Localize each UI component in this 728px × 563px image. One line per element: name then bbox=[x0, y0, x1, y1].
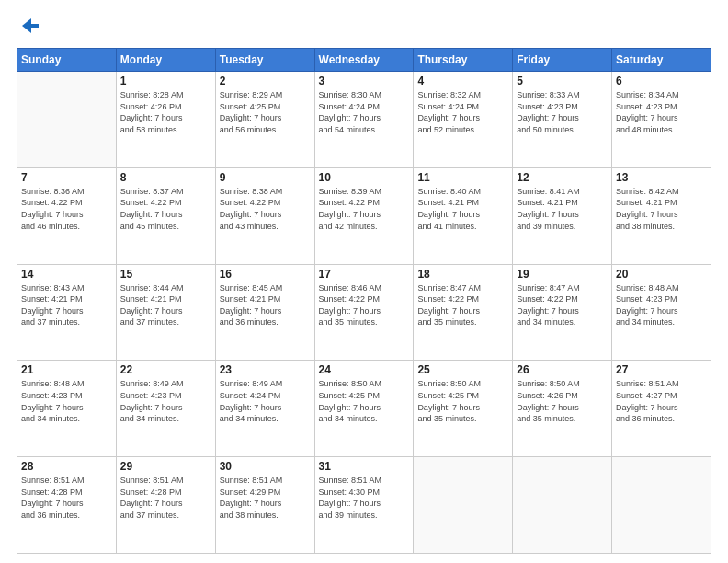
calendar-week-2: 7Sunrise: 8:36 AMSunset: 4:22 PMDaylight… bbox=[17, 167, 711, 264]
day-number: 1 bbox=[120, 75, 211, 87]
day-number: 6 bbox=[616, 75, 707, 87]
day-number: 22 bbox=[120, 363, 211, 376]
day-number: 11 bbox=[417, 171, 508, 184]
day-number: 18 bbox=[417, 268, 508, 281]
calendar-cell: 2Sunrise: 8:29 AMSunset: 4:25 PMDaylight… bbox=[215, 72, 314, 168]
calendar-cell: 21Sunrise: 8:48 AMSunset: 4:23 PMDayligh… bbox=[17, 361, 117, 457]
day-info: Sunrise: 8:32 AMSunset: 4:24 PMDaylight:… bbox=[417, 89, 508, 135]
calendar-week-4: 21Sunrise: 8:48 AMSunset: 4:23 PMDayligh… bbox=[17, 361, 711, 457]
day-number: 28 bbox=[21, 460, 112, 473]
day-number: 29 bbox=[120, 460, 211, 473]
day-info: Sunrise: 8:36 AMSunset: 4:22 PMDaylight:… bbox=[21, 186, 112, 232]
day-number: 26 bbox=[517, 363, 608, 376]
day-info: Sunrise: 8:29 AMSunset: 4:25 PMDaylight:… bbox=[220, 89, 311, 135]
header bbox=[17, 17, 711, 39]
day-info: Sunrise: 8:46 AMSunset: 4:22 PMDaylight:… bbox=[319, 282, 410, 328]
calendar-cell: 22Sunrise: 8:49 AMSunset: 4:23 PMDayligh… bbox=[116, 361, 215, 457]
day-info: Sunrise: 8:47 AMSunset: 4:22 PMDaylight:… bbox=[417, 282, 508, 328]
day-info: Sunrise: 8:39 AMSunset: 4:22 PMDaylight:… bbox=[319, 186, 410, 232]
day-info: Sunrise: 8:41 AMSunset: 4:21 PMDaylight:… bbox=[517, 186, 608, 232]
day-number: 8 bbox=[120, 171, 211, 184]
calendar-cell: 5Sunrise: 8:33 AMSunset: 4:23 PMDaylight… bbox=[513, 72, 612, 168]
day-info: Sunrise: 8:40 AMSunset: 4:21 PMDaylight:… bbox=[417, 186, 508, 232]
day-number: 23 bbox=[220, 363, 311, 376]
calendar-cell: 15Sunrise: 8:44 AMSunset: 4:21 PMDayligh… bbox=[116, 264, 215, 361]
day-info: Sunrise: 8:49 AMSunset: 4:23 PMDaylight:… bbox=[120, 378, 211, 424]
day-info: Sunrise: 8:28 AMSunset: 4:26 PMDaylight:… bbox=[120, 89, 211, 135]
calendar-cell: 11Sunrise: 8:40 AMSunset: 4:21 PMDayligh… bbox=[414, 167, 513, 264]
calendar-cell bbox=[17, 72, 117, 168]
calendar-week-3: 14Sunrise: 8:43 AMSunset: 4:21 PMDayligh… bbox=[17, 264, 711, 361]
col-monday: Monday bbox=[116, 49, 215, 72]
calendar-cell: 17Sunrise: 8:46 AMSunset: 4:22 PMDayligh… bbox=[314, 264, 414, 361]
calendar-cell: 24Sunrise: 8:50 AMSunset: 4:25 PMDayligh… bbox=[314, 361, 414, 457]
calendar-cell: 30Sunrise: 8:51 AMSunset: 4:29 PMDayligh… bbox=[215, 457, 314, 554]
day-number: 25 bbox=[417, 363, 508, 376]
calendar-cell bbox=[414, 457, 513, 554]
day-info: Sunrise: 8:47 AMSunset: 4:22 PMDaylight:… bbox=[517, 282, 608, 328]
calendar-week-5: 28Sunrise: 8:51 AMSunset: 4:28 PMDayligh… bbox=[17, 457, 711, 554]
day-info: Sunrise: 8:51 AMSunset: 4:29 PMDaylight:… bbox=[220, 475, 311, 521]
calendar-cell bbox=[612, 457, 711, 554]
day-info: Sunrise: 8:51 AMSunset: 4:27 PMDaylight:… bbox=[616, 378, 707, 424]
calendar-cell: 25Sunrise: 8:50 AMSunset: 4:25 PMDayligh… bbox=[414, 361, 513, 457]
calendar-cell: 4Sunrise: 8:32 AMSunset: 4:24 PMDaylight… bbox=[414, 72, 513, 168]
calendar-cell: 10Sunrise: 8:39 AMSunset: 4:22 PMDayligh… bbox=[314, 167, 414, 264]
calendar-cell: 31Sunrise: 8:51 AMSunset: 4:30 PMDayligh… bbox=[314, 457, 414, 554]
day-info: Sunrise: 8:48 AMSunset: 4:23 PMDaylight:… bbox=[21, 378, 112, 424]
calendar-table: Sunday Monday Tuesday Wednesday Thursday… bbox=[17, 48, 711, 554]
calendar-cell: 19Sunrise: 8:47 AMSunset: 4:22 PMDayligh… bbox=[513, 264, 612, 361]
calendar-cell: 27Sunrise: 8:51 AMSunset: 4:27 PMDayligh… bbox=[612, 361, 711, 457]
col-friday: Friday bbox=[513, 49, 612, 72]
day-info: Sunrise: 8:50 AMSunset: 4:26 PMDaylight:… bbox=[517, 378, 608, 424]
day-number: 14 bbox=[21, 268, 112, 281]
calendar-cell: 20Sunrise: 8:48 AMSunset: 4:23 PMDayligh… bbox=[612, 264, 711, 361]
col-tuesday: Tuesday bbox=[215, 49, 314, 72]
day-info: Sunrise: 8:37 AMSunset: 4:22 PMDaylight:… bbox=[120, 186, 211, 232]
day-number: 17 bbox=[319, 268, 410, 281]
day-number: 31 bbox=[319, 460, 410, 473]
calendar-cell: 1Sunrise: 8:28 AMSunset: 4:26 PMDaylight… bbox=[116, 72, 215, 168]
calendar-cell: 13Sunrise: 8:42 AMSunset: 4:21 PMDayligh… bbox=[612, 167, 711, 264]
day-info: Sunrise: 8:38 AMSunset: 4:22 PMDaylight:… bbox=[220, 186, 311, 232]
day-number: 19 bbox=[517, 268, 608, 281]
day-number: 24 bbox=[319, 363, 410, 376]
logo bbox=[17, 17, 39, 39]
day-info: Sunrise: 8:44 AMSunset: 4:21 PMDaylight:… bbox=[120, 282, 211, 328]
day-info: Sunrise: 8:42 AMSunset: 4:21 PMDaylight:… bbox=[616, 186, 707, 232]
calendar-cell: 29Sunrise: 8:51 AMSunset: 4:28 PMDayligh… bbox=[116, 457, 215, 554]
day-info: Sunrise: 8:30 AMSunset: 4:24 PMDaylight:… bbox=[319, 89, 410, 135]
day-info: Sunrise: 8:33 AMSunset: 4:23 PMDaylight:… bbox=[517, 89, 608, 135]
calendar-cell: 28Sunrise: 8:51 AMSunset: 4:28 PMDayligh… bbox=[17, 457, 117, 554]
calendar-week-1: 1Sunrise: 8:28 AMSunset: 4:26 PMDaylight… bbox=[17, 72, 711, 168]
calendar-cell: 16Sunrise: 8:45 AMSunset: 4:21 PMDayligh… bbox=[215, 264, 314, 361]
col-wednesday: Wednesday bbox=[314, 49, 414, 72]
day-info: Sunrise: 8:34 AMSunset: 4:23 PMDaylight:… bbox=[616, 89, 707, 135]
day-number: 10 bbox=[319, 171, 410, 184]
day-number: 3 bbox=[319, 75, 410, 87]
page: Sunday Monday Tuesday Wednesday Thursday… bbox=[0, 0, 728, 563]
day-number: 30 bbox=[220, 460, 311, 473]
calendar-cell: 8Sunrise: 8:37 AMSunset: 4:22 PMDaylight… bbox=[116, 167, 215, 264]
day-info: Sunrise: 8:50 AMSunset: 4:25 PMDaylight:… bbox=[417, 378, 508, 424]
calendar-cell: 12Sunrise: 8:41 AMSunset: 4:21 PMDayligh… bbox=[513, 167, 612, 264]
day-info: Sunrise: 8:50 AMSunset: 4:25 PMDaylight:… bbox=[319, 378, 410, 424]
logo-icon bbox=[18, 17, 39, 39]
calendar-cell: 14Sunrise: 8:43 AMSunset: 4:21 PMDayligh… bbox=[17, 264, 117, 361]
calendar-cell: 6Sunrise: 8:34 AMSunset: 4:23 PMDaylight… bbox=[612, 72, 711, 168]
calendar-cell: 26Sunrise: 8:50 AMSunset: 4:26 PMDayligh… bbox=[513, 361, 612, 457]
day-number: 4 bbox=[417, 75, 508, 87]
day-number: 21 bbox=[21, 363, 112, 376]
day-info: Sunrise: 8:51 AMSunset: 4:28 PMDaylight:… bbox=[120, 475, 211, 521]
col-sunday: Sunday bbox=[17, 49, 117, 72]
day-number: 16 bbox=[220, 268, 311, 281]
calendar-cell: 9Sunrise: 8:38 AMSunset: 4:22 PMDaylight… bbox=[215, 167, 314, 264]
day-info: Sunrise: 8:48 AMSunset: 4:23 PMDaylight:… bbox=[616, 282, 707, 328]
day-number: 7 bbox=[21, 171, 112, 184]
calendar-cell bbox=[513, 457, 612, 554]
day-number: 13 bbox=[616, 171, 707, 184]
day-number: 15 bbox=[120, 268, 211, 281]
day-number: 9 bbox=[220, 171, 311, 184]
day-number: 12 bbox=[517, 171, 608, 184]
day-info: Sunrise: 8:51 AMSunset: 4:30 PMDaylight:… bbox=[319, 475, 410, 521]
